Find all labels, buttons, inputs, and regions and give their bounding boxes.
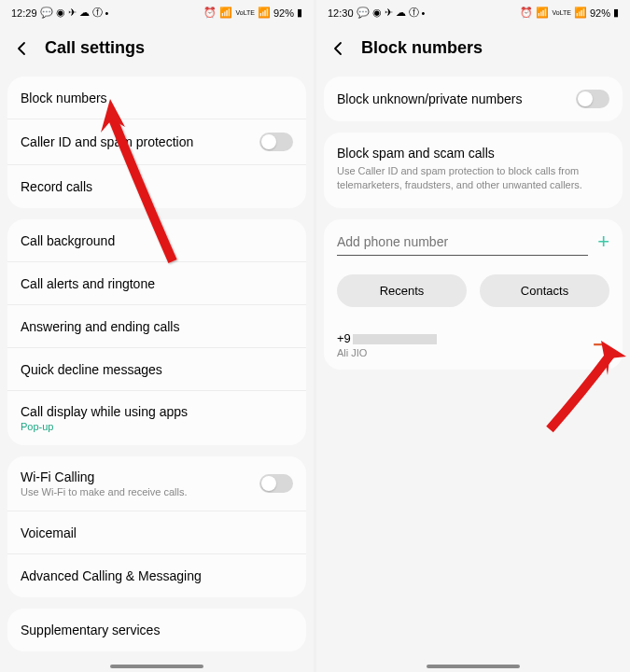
fb-icon: ⓕ — [409, 6, 419, 20]
status-bar: 12:29 💬 ◉ ✈ ☁ ⓕ • ⏰ 📶 VoLTE 📶 92% ▮ — [0, 0, 314, 23]
caller-id-toggle[interactable] — [259, 133, 293, 151]
alarm-icon: ⏰ — [520, 7, 533, 19]
row-label: Voicemail — [21, 525, 77, 540]
add-number-button[interactable]: + — [597, 230, 609, 254]
cloud-icon: ☁ — [396, 7, 406, 19]
row-description: Use Caller ID and spam protection to blo… — [337, 164, 609, 193]
nav-bar — [427, 665, 520, 668]
row-record-calls[interactable]: Record calls — [7, 165, 306, 208]
row-advanced-calling[interactable]: Advanced Calling & Messaging — [7, 554, 306, 597]
back-button[interactable] — [13, 39, 32, 58]
row-label: Block unknown/private numbers — [337, 91, 522, 106]
row-caller-id[interactable]: Caller ID and spam protection — [7, 119, 306, 165]
blocked-name: Ali JIO — [337, 347, 437, 358]
row-label: Answering and ending calls — [21, 319, 179, 334]
battery-pct: 92% — [590, 7, 610, 19]
redacted-number — [353, 334, 437, 344]
settings-section-2: Call background Call alerts and ringtone… — [7, 219, 306, 445]
back-button[interactable] — [329, 39, 348, 58]
more-icon: • — [422, 7, 426, 19]
signal-icon: 📶 — [574, 7, 587, 19]
row-voicemail[interactable]: Voicemail — [7, 511, 306, 554]
status-time: 12:29 — [11, 7, 37, 19]
settings-section-3: Wi-Fi Calling Use Wi-Fi to make and rece… — [7, 456, 306, 597]
header: Call settings — [0, 23, 314, 77]
block-unknown-toggle[interactable] — [576, 90, 609, 108]
record-icon: ◉ — [372, 7, 382, 19]
record-icon: ◉ — [56, 7, 65, 19]
page-title: Call settings — [45, 38, 145, 58]
row-label: Supplementary services — [21, 623, 160, 637]
signal-icon: 📶 — [258, 7, 271, 19]
battery-icon: ▮ — [613, 7, 619, 19]
row-label: Block numbers — [21, 91, 107, 105]
block-spam-section: Block spam and scam calls Use Caller ID … — [324, 133, 623, 208]
header: Block numbers — [316, 23, 630, 77]
row-label: Quick decline messages — [21, 362, 162, 377]
row-wifi-calling[interactable]: Wi-Fi Calling Use Wi-Fi to make and rece… — [7, 456, 306, 511]
nav-bar — [110, 665, 203, 668]
remove-button[interactable]: − — [587, 334, 609, 356]
row-call-background[interactable]: Call background — [7, 219, 306, 262]
row-quick-decline[interactable]: Quick decline messages — [7, 348, 306, 391]
telegram-icon: ✈ — [68, 7, 77, 19]
row-label: Call display while using apps — [21, 404, 188, 419]
row-label: Block spam and scam calls — [337, 146, 609, 161]
wifi-calling-toggle[interactable] — [259, 474, 293, 493]
more-icon: • — [105, 7, 109, 19]
row-sublabel: Pop-up — [21, 421, 188, 432]
row-block-spam[interactable]: Block spam and scam calls Use Caller ID … — [324, 133, 623, 208]
wifi-icon: 📶 — [219, 7, 232, 19]
row-label: Advanced Calling & Messaging — [21, 568, 202, 583]
telegram-icon: ✈ — [385, 7, 393, 19]
phone-number-input[interactable] — [337, 229, 588, 256]
block-numbers-screen: 12:30 💬 ◉ ✈ ☁ ⓕ • ⏰ 📶 VoLTE 📶 92% ▮ Bloc… — [316, 0, 630, 672]
recents-button[interactable]: Recents — [337, 274, 467, 307]
add-number-section: + Recents Contacts +9 Ali JIO − — [324, 219, 623, 370]
page-title: Block numbers — [361, 38, 483, 58]
row-label: Call alerts and ringtone — [21, 276, 155, 291]
row-block-unknown[interactable]: Block unknown/private numbers — [324, 77, 623, 121]
settings-section-1: Block numbers Caller ID and spam protect… — [7, 77, 306, 208]
blocked-number: +9 — [337, 331, 437, 345]
battery-icon: ▮ — [297, 7, 302, 19]
row-call-alerts[interactable]: Call alerts and ringtone — [7, 262, 306, 305]
row-supplementary[interactable]: Supplementary services — [7, 609, 306, 651]
row-label: Record calls — [21, 179, 92, 194]
row-call-display[interactable]: Call display while using apps Pop-up — [7, 391, 306, 445]
row-label: Wi-Fi Calling — [21, 469, 188, 484]
block-unknown-section: Block unknown/private numbers — [324, 77, 623, 121]
blocked-number-item: +9 Ali JIO − — [324, 320, 623, 370]
msg-icon: 💬 — [357, 7, 370, 19]
volte-icon: VoLTE — [235, 9, 255, 16]
row-answering[interactable]: Answering and ending calls — [7, 305, 306, 348]
fb-icon: ⓕ — [92, 6, 103, 20]
alarm-icon: ⏰ — [203, 7, 217, 19]
battery-pct: 92% — [273, 7, 294, 19]
status-bar: 12:30 💬 ◉ ✈ ☁ ⓕ • ⏰ 📶 VoLTE 📶 92% ▮ — [316, 0, 630, 23]
status-time: 12:30 — [328, 7, 354, 19]
row-label: Caller ID and spam protection — [21, 134, 193, 149]
row-block-numbers[interactable]: Block numbers — [7, 77, 306, 119]
volte-icon: VoLTE — [552, 9, 571, 16]
contacts-button[interactable]: Contacts — [480, 274, 609, 307]
call-settings-screen: 12:29 💬 ◉ ✈ ☁ ⓕ • ⏰ 📶 VoLTE 📶 92% ▮ Call… — [0, 0, 314, 672]
row-label: Call background — [21, 233, 115, 248]
row-sublabel: Use Wi-Fi to make and receive calls. — [21, 486, 188, 497]
wifi-icon: 📶 — [536, 7, 549, 19]
settings-section-4: Supplementary services — [7, 609, 306, 651]
msg-icon: 💬 — [40, 7, 53, 19]
cloud-icon: ☁ — [79, 7, 90, 19]
